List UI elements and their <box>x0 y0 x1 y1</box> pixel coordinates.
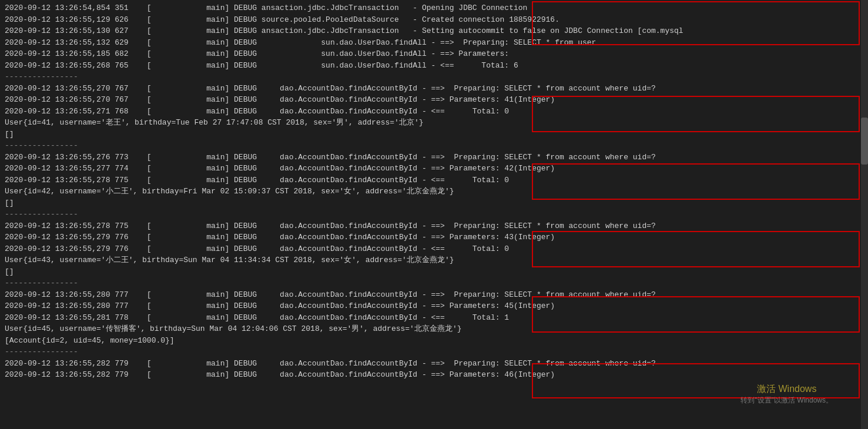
log-line: ---------------- <box>0 140 868 152</box>
log-line: [] <box>0 197 868 209</box>
watermark: 激活 Windows 转到"设置"以激活 Windows。 <box>740 383 833 405</box>
log-line: 2020-09-12 13:26:55,276 773 [ main] DEBU… <box>0 152 868 163</box>
log-container: 2020-09-12 13:26:54,854 351 [ main] DEBU… <box>0 0 868 429</box>
log-line: 2020-09-12 13:26:55,271 768 [ main] DEBU… <box>0 106 868 118</box>
log-line: User{id=41, username='老王', birthday=Tue … <box>0 117 868 129</box>
log-line: User{id=43, username='小二王', birthday=Sun… <box>0 254 868 266</box>
log-line: ---------------- <box>0 346 868 358</box>
log-line: 2020-09-12 13:26:55,280 777 [ main] DEBU… <box>0 300 868 312</box>
log-line: 2020-09-12 13:26:54,854 351 [ main] DEBU… <box>0 2 868 14</box>
log-line: 2020-09-12 13:26:55,280 777 [ main] DEBU… <box>0 289 868 301</box>
log-line: User{id=45, username='传智播客', birthday=Su… <box>0 323 868 335</box>
log-line: [] <box>0 129 868 140</box>
log-line: [Account{id=2, uid=45, money=1000.0}] <box>0 335 868 347</box>
scrollbar[interactable] <box>861 0 868 429</box>
log-line: 2020-09-12 13:26:55,278 775 [ main] DEBU… <box>0 175 868 186</box>
log-line: User{id=42, username='小二王', birthday=Fri… <box>0 186 868 197</box>
log-line: 2020-09-12 13:26:55,278 775 [ main] DEBU… <box>0 220 868 232</box>
log-line: 2020-09-12 13:26:55,279 776 [ main] DEBU… <box>0 243 868 255</box>
log-line: ---------------- <box>0 277 868 289</box>
log-line: 2020-09-12 13:26:55,281 778 [ main] DEBU… <box>0 312 868 324</box>
log-line: ---------------- <box>0 71 868 83</box>
log-line: 2020-09-12 13:26:55,282 779 [ main] DEBU… <box>0 369 868 381</box>
scrollbar-thumb[interactable] <box>861 118 868 165</box>
log-line: 2020-09-12 13:26:55,279 776 [ main] DEBU… <box>0 232 868 243</box>
log-line: 2020-09-12 13:26:55,129 626 [ main] DEBU… <box>0 14 868 26</box>
log-line: 2020-09-12 13:26:55,268 765 [ main] DEBU… <box>0 60 868 72</box>
log-line: 2020-09-12 13:26:55,282 779 [ main] DEBU… <box>0 358 868 370</box>
log-lines: 2020-09-12 13:26:54,854 351 [ main] DEBU… <box>0 2 868 381</box>
log-line: 2020-09-12 13:26:55,130 627 [ main] DEBU… <box>0 25 868 37</box>
watermark-line1: 激活 Windows <box>740 383 833 396</box>
log-line: ---------------- <box>0 209 868 220</box>
log-line: 2020-09-12 13:26:55,185 682 [ main] DEBU… <box>0 48 868 60</box>
log-line: 2020-09-12 13:26:55,270 767 [ main] DEBU… <box>0 83 868 95</box>
watermark-line2: 转到"设置"以激活 Windows。 <box>740 396 833 405</box>
log-line: 2020-09-12 13:26:55,277 774 [ main] DEBU… <box>0 163 868 175</box>
log-line: 2020-09-12 13:26:55,270 767 [ main] DEBU… <box>0 94 868 106</box>
log-line: 2020-09-12 13:26:55,132 629 [ main] DEBU… <box>0 37 868 49</box>
log-line: [] <box>0 266 868 278</box>
